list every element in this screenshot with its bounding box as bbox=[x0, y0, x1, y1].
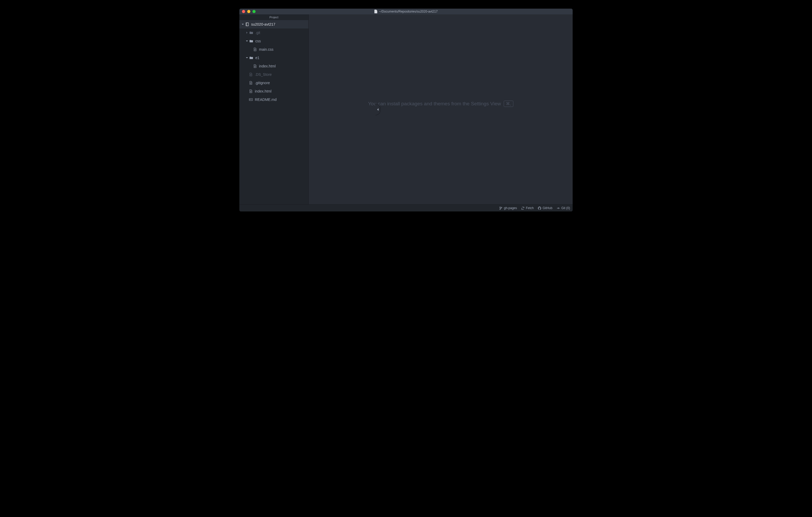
tree-folder-css[interactable]: css bbox=[239, 37, 309, 45]
file-icon bbox=[249, 81, 253, 85]
chevron-right-icon bbox=[245, 32, 249, 34]
file-icon bbox=[249, 72, 253, 77]
tree-folder-e1[interactable]: e1 bbox=[239, 54, 309, 62]
svg-point-2 bbox=[500, 207, 500, 208]
folder-icon bbox=[249, 39, 254, 43]
tree-item-label: .gitignore bbox=[255, 81, 270, 85]
svg-point-4 bbox=[501, 207, 502, 208]
status-github-label: GitHub bbox=[543, 206, 552, 210]
tree-file-gitignore[interactable]: .gitignore bbox=[239, 79, 309, 87]
sidebar-header: Project bbox=[239, 14, 309, 20]
window-close-button[interactable] bbox=[242, 10, 245, 13]
tree-item-label: css bbox=[255, 39, 261, 43]
editor-pane: You can install packages and themes from… bbox=[309, 14, 573, 204]
git-commit-icon bbox=[557, 207, 560, 210]
status-branch[interactable]: gh-pages bbox=[499, 206, 517, 210]
welcome-hint: You can install packages and themes from… bbox=[368, 101, 513, 107]
tree-file-index[interactable]: index.html bbox=[239, 87, 309, 95]
github-icon bbox=[538, 207, 541, 210]
window-minimize-button[interactable] bbox=[247, 10, 250, 13]
chevron-down-icon bbox=[245, 40, 249, 42]
window-maximize-button[interactable] bbox=[253, 10, 256, 13]
file-icon bbox=[253, 64, 257, 68]
tree-item-label: index.html bbox=[259, 64, 276, 68]
chevron-down-icon bbox=[245, 57, 249, 59]
tree-folder-git[interactable]: .git bbox=[239, 29, 309, 37]
status-fetch-label: Fetch bbox=[526, 206, 534, 210]
chevron-down-icon bbox=[241, 23, 244, 25]
status-bar: gh-pages Fetch GitHub Git (0) bbox=[239, 204, 573, 211]
svg-point-3 bbox=[500, 209, 500, 209]
file-tree: su2020-avt217 .git css main.css bbox=[239, 20, 309, 104]
file-icon bbox=[253, 47, 257, 52]
repo-icon bbox=[245, 22, 249, 26]
status-github[interactable]: GitHub bbox=[538, 206, 552, 210]
tree-item-label: main.css bbox=[259, 47, 273, 52]
welcome-hint-text: You can install packages and themes from… bbox=[368, 101, 501, 107]
file-icon bbox=[249, 89, 253, 93]
svg-rect-0 bbox=[246, 23, 249, 26]
markdown-icon bbox=[249, 97, 253, 102]
tree-root-label: su2020-avt217 bbox=[251, 22, 276, 26]
tree-file-main-css[interactable]: main.css bbox=[239, 45, 309, 54]
tree-item-label: README.md bbox=[255, 97, 277, 102]
tree-file-readme[interactable]: README.md bbox=[239, 95, 309, 104]
editor-window: ~/Documents/Repositories/su2020-avt217 P… bbox=[239, 9, 573, 211]
document-icon bbox=[374, 10, 377, 13]
svg-point-5 bbox=[558, 208, 559, 209]
titlebar-path: ~/Documents/Repositories/su2020-avt217 bbox=[379, 10, 438, 13]
status-fetch[interactable]: Fetch bbox=[521, 206, 534, 210]
titlebar: ~/Documents/Repositories/su2020-avt217 bbox=[239, 9, 573, 14]
sync-icon bbox=[521, 207, 524, 210]
tree-item-label: e1 bbox=[255, 56, 260, 60]
tree-item-label: .DS_Store bbox=[255, 72, 272, 77]
chevron-left-icon bbox=[377, 108, 379, 111]
status-git[interactable]: Git (0) bbox=[557, 206, 570, 210]
git-branch-icon bbox=[499, 207, 502, 210]
status-branch-label: gh-pages bbox=[504, 206, 517, 210]
tree-root[interactable]: su2020-avt217 bbox=[239, 20, 309, 29]
tree-file-e1-index[interactable]: index.html bbox=[239, 62, 309, 70]
tree-item-label: .git bbox=[255, 31, 260, 35]
status-git-label: Git (0) bbox=[561, 206, 570, 210]
sidebar: Project su2020-avt217 .git css bbox=[239, 14, 309, 204]
tree-item-label: index.html bbox=[255, 89, 271, 93]
folder-icon bbox=[249, 56, 254, 60]
folder-icon bbox=[249, 31, 254, 35]
keyboard-shortcut: ⌘, bbox=[503, 101, 513, 107]
tree-file-dsstore[interactable]: .DS_Store bbox=[239, 70, 309, 79]
